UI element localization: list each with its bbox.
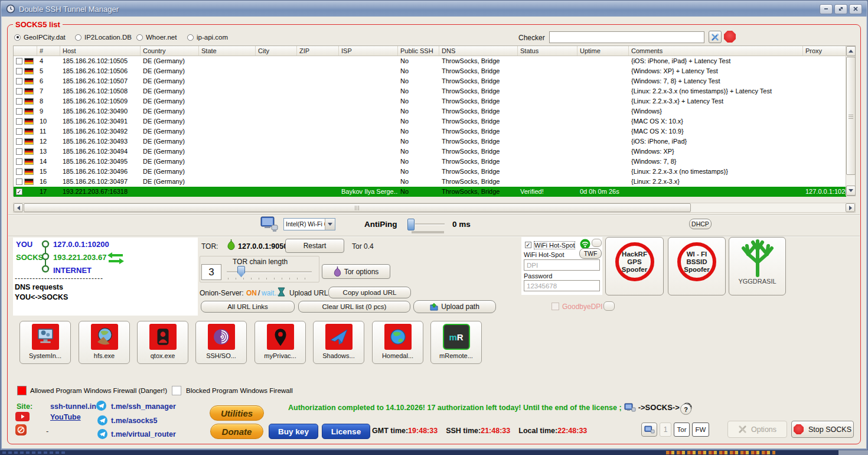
table-row[interactable]: 5 185.186.26.102:10506 DE (Germany) No T…: [14, 66, 846, 76]
radio-geoipcity[interactable]: GeoIPCity.dat: [14, 34, 66, 41]
hackrf-gps-spoofer-button[interactable]: HackRF GPS Spoofer: [605, 237, 664, 295]
row-checkbox[interactable]: [16, 148, 22, 155]
titlebar[interactable]: Double SSH Tunnel Manager: [1, 1, 867, 17]
table-header[interactable]: # Host Country State City ZIP ISP Public…: [14, 46, 846, 56]
goodbyedpi-checkbox[interactable]: [552, 303, 559, 310]
tor-chain-value-input[interactable]: [201, 264, 221, 280]
youtube-icon[interactable]: [15, 412, 30, 421]
header-host[interactable]: Host: [60, 46, 141, 56]
radio-icon[interactable]: [75, 34, 81, 41]
password-input[interactable]: [524, 280, 600, 291]
checker-tools-button[interactable]: [709, 31, 722, 43]
checker-input[interactable]: [549, 31, 704, 43]
table-row[interactable]: ✓ 17 193.221.203.67:16318 Baykov Ilya Se…: [14, 187, 846, 197]
row-checkbox[interactable]: [16, 88, 22, 95]
radio-ip2location[interactable]: IP2Location.DB: [75, 34, 132, 41]
row-checkbox[interactable]: [16, 138, 22, 145]
wifi-extra-button[interactable]: [592, 239, 602, 247]
clear-url-list-button[interactable]: Clear URL list (0 pcs): [298, 301, 410, 313]
row-checkbox[interactable]: [16, 98, 22, 105]
app-myprivacy-button[interactable]: myPrivac...: [254, 321, 306, 364]
telegram-link-asocks[interactable]: t.me/asocks5: [111, 417, 158, 425]
app-homedale-button[interactable]: Homedal...: [372, 321, 423, 364]
network-button[interactable]: [641, 422, 657, 437]
row-checkbox[interactable]: [16, 178, 22, 185]
upload-path-button[interactable]: Upload path: [413, 300, 496, 313]
header-select[interactable]: [14, 46, 37, 56]
tor-toggle-button[interactable]: Tor: [674, 422, 690, 437]
vertical-scroll-thumb[interactable]: [846, 57, 856, 175]
app-hfs-button[interactable]: hfs.exe: [79, 321, 130, 364]
radio-whoer[interactable]: Whoer.net: [136, 34, 177, 41]
app-systeminfo-button[interactable]: SystemIn...: [19, 321, 71, 364]
yggdrasil-button[interactable]: YGGDRASIL: [729, 237, 786, 295]
license-button[interactable]: License: [322, 424, 370, 439]
row-checkbox[interactable]: [16, 58, 22, 64]
wifi-hotspot-checkbox-label[interactable]: WiFi Hot-Spot: [534, 242, 575, 249]
table-row[interactable]: 16 185.186.26.102:30497 DE (Germany) No …: [14, 177, 846, 187]
counter-button[interactable]: 1: [660, 422, 671, 437]
site-link[interactable]: ssh-tunnel.in: [50, 402, 96, 411]
scroll-up-button[interactable]: [846, 46, 856, 56]
app-qtox-button[interactable]: qtox.exe: [137, 321, 188, 364]
header-proxy[interactable]: Proxy: [803, 46, 846, 56]
header-country[interactable]: Country: [141, 46, 199, 56]
virtual-router-icon[interactable]: [15, 424, 27, 436]
header-isp[interactable]: ISP: [339, 46, 398, 56]
antiping-slider-handle[interactable]: [407, 219, 415, 230]
wifi-hotspot-checkbox[interactable]: ✓: [525, 242, 531, 248]
app-ssh-socks-button[interactable]: SSH/SO...: [195, 321, 247, 364]
header-status[interactable]: Status: [518, 46, 577, 56]
twf-button[interactable]: TWF: [579, 248, 602, 259]
table-row[interactable]: 10 185.186.26.102:30491 DE (Germany) No …: [14, 116, 846, 126]
horizontal-scroll-thumb[interactable]: [24, 203, 691, 212]
tor-restart-button[interactable]: Restart: [285, 239, 344, 253]
table-horizontal-scrollbar[interactable]: [13, 203, 856, 213]
options-button[interactable]: Options: [727, 421, 787, 438]
table-row[interactable]: 13 185.186.26.102:30494 DE (Germany) No …: [14, 147, 846, 157]
table-row[interactable]: 15 185.186.26.102:30496 DE (Germany) No …: [14, 167, 846, 177]
maximize-button[interactable]: [834, 4, 847, 14]
header-uptime[interactable]: Uptime: [577, 46, 629, 56]
header-dns[interactable]: DNS: [439, 46, 518, 56]
youtube-link[interactable]: YouTube: [50, 413, 81, 421]
donate-button[interactable]: Donate: [210, 424, 263, 439]
row-checkbox[interactable]: [16, 78, 22, 84]
table-row[interactable]: 8 185.186.26.102:10509 DE (Germany) No T…: [14, 96, 846, 106]
scroll-left-button[interactable]: [14, 203, 23, 212]
telegram-link-ssh-manager[interactable]: t.me/ssh_manager: [111, 402, 176, 411]
checker-stop-icon[interactable]: [724, 31, 736, 43]
wifi-bssid-spoofer-button[interactable]: WI - FI BSSID Spoofer: [668, 237, 726, 295]
table-row[interactable]: 6 185.186.26.102:10507 DE (Germany) No T…: [14, 76, 846, 86]
goodbyedpi-extra-button[interactable]: [603, 301, 615, 311]
table-row[interactable]: 12 185.186.26.102:30493 DE (Germany) No …: [14, 136, 846, 147]
minimize-button[interactable]: [820, 4, 833, 14]
dpi-input[interactable]: [524, 259, 600, 271]
buy-key-button[interactable]: Buy key: [269, 424, 318, 439]
all-url-links-button[interactable]: All URL Links: [201, 301, 295, 313]
close-button[interactable]: [849, 4, 862, 14]
table-row[interactable]: 11 185.186.26.102:30492 DE (Germany) No …: [14, 126, 846, 136]
header-number[interactable]: #: [37, 46, 60, 56]
row-checkbox[interactable]: [16, 128, 22, 135]
tor-options-button[interactable]: Tor options: [322, 264, 390, 279]
fw-toggle-button[interactable]: FW: [692, 422, 709, 437]
table-row[interactable]: 7 185.186.26.102:10508 DE (Germany) No T…: [14, 86, 846, 96]
row-checkbox[interactable]: [16, 68, 22, 74]
radio-icon[interactable]: [14, 34, 21, 41]
app-shadowsocks-button[interactable]: Shadows...: [313, 321, 364, 364]
table-vertical-scrollbar[interactable]: [846, 46, 855, 196]
app-mremote-button[interactable]: mR mRemote...: [430, 321, 482, 364]
header-comments[interactable]: Comments: [629, 46, 803, 56]
table-row[interactable]: 4 185.186.26.102:10505 DE (Germany) No T…: [14, 56, 846, 66]
scroll-right-button[interactable]: [846, 203, 855, 212]
dhcp-button[interactable]: DHCP: [689, 219, 712, 229]
help-button[interactable]: ?: [680, 404, 691, 415]
table-row[interactable]: 9 185.186.26.102:30490 DE (Germany) No T…: [14, 106, 846, 116]
scroll-down-button[interactable]: [846, 186, 856, 196]
telegram-link-virtual-router[interactable]: t.me/virtual_router: [111, 430, 176, 438]
copy-upload-url-button[interactable]: Copy upload URL: [328, 287, 411, 298]
row-checkbox[interactable]: [16, 168, 22, 175]
row-checkbox[interactable]: [16, 158, 22, 165]
header-public-ssh[interactable]: Public SSH: [398, 46, 439, 56]
